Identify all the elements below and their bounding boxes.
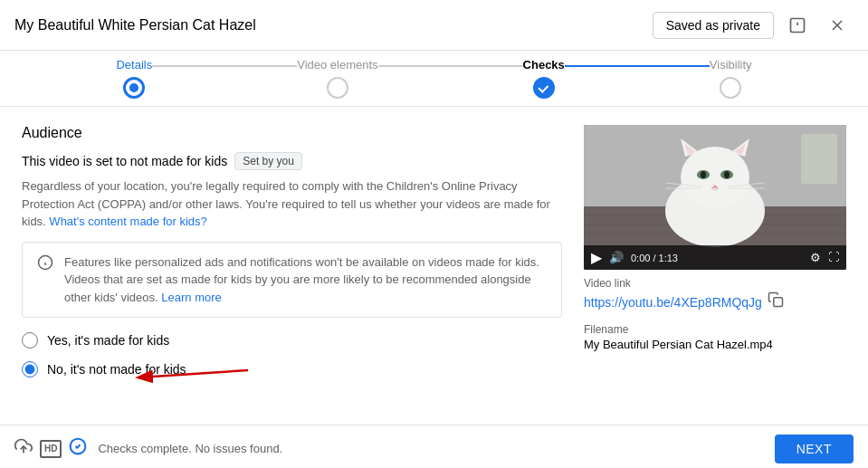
- alert-icon: [788, 16, 806, 34]
- video-controls: ▶ 🔊 0:00 / 1:13 ⚙ ⛶: [584, 245, 846, 270]
- main-content: Audience This video is set to not made f…: [0, 107, 868, 425]
- filename-label: Filename: [584, 323, 846, 336]
- no-radio[interactable]: [22, 361, 38, 377]
- video-link-row: Video link https://youtu.be/4XEp8RMQqJg: [584, 277, 846, 312]
- upload-icon: [14, 437, 33, 460]
- set-by-you-badge: Set by you: [234, 152, 302, 170]
- yes-label: Yes, it's made for kids: [47, 333, 169, 348]
- video-thumbnail: ▶ 🔊 0:00 / 1:13 ⚙ ⛶: [584, 125, 846, 270]
- ctrl-right: ⚙ ⛶: [810, 251, 839, 264]
- next-button[interactable]: NEXT: [775, 435, 854, 463]
- alert-button[interactable]: [781, 9, 814, 42]
- step-video-elements-circle: [327, 77, 348, 99]
- step-details-circle: [123, 77, 145, 99]
- info-icon: [37, 254, 53, 307]
- svg-point-17: [681, 147, 749, 208]
- audience-description: Regardless of your location, you're lega…: [22, 177, 562, 231]
- step-checks[interactable]: Checks: [523, 58, 565, 106]
- checks-complete-icon: [69, 437, 87, 460]
- play-icon[interactable]: ▶: [591, 249, 602, 266]
- info-text: Features like personalized ads and notif…: [64, 253, 547, 307]
- footer-status: Checks complete. No issues found.: [98, 442, 282, 455]
- copy-icon[interactable]: [768, 291, 784, 312]
- left-panel: Audience This video is set to not made f…: [22, 125, 562, 406]
- footer: HD Checks complete. No issues found. NEX…: [0, 425, 868, 468]
- learn-more-link[interactable]: Learn more: [161, 291, 221, 304]
- step-visibility[interactable]: Visibility: [710, 58, 752, 106]
- volume-icon[interactable]: 🔊: [609, 251, 624, 264]
- no-option-container: No, it's not made for kids: [22, 361, 562, 390]
- fullscreen-icon[interactable]: ⛶: [828, 251, 839, 264]
- close-button[interactable]: [821, 9, 854, 42]
- svg-rect-31: [801, 134, 837, 184]
- audience-title: Audience: [22, 125, 562, 141]
- connector-2: [378, 65, 523, 67]
- video-metadata: Video link https://youtu.be/4XEp8RMQqJg …: [584, 277, 846, 351]
- connector-3: [565, 65, 710, 67]
- step-checks-circle: [533, 77, 555, 99]
- footer-icons: HD: [14, 437, 87, 460]
- footer-right: NEXT: [775, 435, 854, 463]
- svg-rect-32: [774, 298, 783, 307]
- yes-radio[interactable]: [22, 332, 38, 349]
- filename-row: Filename My Beautiful Persian Cat Hazel.…: [584, 323, 846, 351]
- content-link[interactable]: What's content made for kids?: [49, 215, 206, 228]
- step-details[interactable]: Details: [116, 58, 152, 106]
- video-link-label: Video link: [584, 277, 846, 290]
- close-icon: [828, 16, 846, 34]
- step-video-elements[interactable]: Video elements: [297, 58, 377, 106]
- step-visibility-circle: [720, 77, 741, 99]
- saved-as-private-button[interactable]: Saved as private: [653, 12, 774, 39]
- no-label: No, it's not made for kids: [47, 362, 186, 377]
- svg-point-24: [701, 171, 706, 178]
- header: My Beautiful White Persian Cat Hazel Sav…: [0, 0, 868, 51]
- steps-bar: Details Video elements Checks Visibility: [0, 51, 868, 107]
- svg-point-25: [724, 171, 730, 178]
- hd-badge: HD: [40, 440, 62, 458]
- video-time: 0:00 / 1:13: [631, 253, 678, 263]
- settings-icon[interactable]: ⚙: [810, 251, 821, 264]
- right-panel: ▶ 🔊 0:00 / 1:13 ⚙ ⛶ Video link https://y…: [584, 125, 846, 406]
- filename-value: My Beautiful Persian Cat Hazel.mp4: [584, 338, 846, 351]
- info-box: Features like personalized ads and notif…: [22, 242, 562, 319]
- connector-1: [152, 65, 297, 67]
- audience-subtitle: This video is set to not made for kids S…: [22, 152, 562, 170]
- header-actions: Saved as private: [653, 9, 854, 42]
- yes-made-for-kids-option[interactable]: Yes, it's made for kids: [22, 332, 562, 349]
- no-made-for-kids-option[interactable]: No, it's not made for kids: [22, 361, 562, 377]
- video-link[interactable]: https://youtu.be/4XEp8RMQqJg: [584, 295, 762, 310]
- page-title: My Beautiful White Persian Cat Hazel: [14, 17, 256, 33]
